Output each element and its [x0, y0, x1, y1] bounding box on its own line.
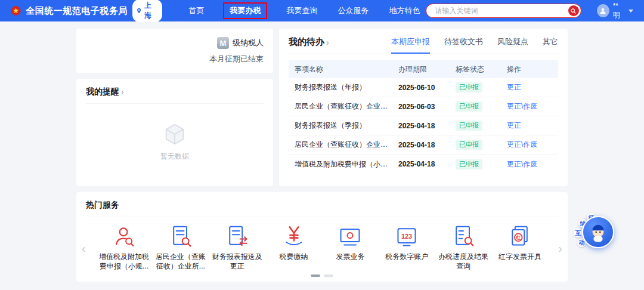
username: **明 [613, 2, 625, 20]
reminders-empty-state: 暂无数据 [86, 104, 264, 178]
service-vat-declaration[interactable]: 增值税及附加税费申报（小规... [98, 224, 150, 271]
reminders-card: 我的提醒 暂无数据 [76, 79, 273, 186]
col-deadline: 办理期限 [398, 64, 456, 75]
carousel-dot[interactable] [324, 274, 333, 277]
location-pin-icon [136, 7, 142, 14]
tab-current-declaration[interactable]: 本期应申报 [391, 36, 430, 54]
action-link[interactable]: 更正 [507, 121, 552, 131]
service-label: 财务报表报送及更正 [211, 252, 264, 271]
search-icon [570, 8, 577, 14]
carousel-dot[interactable] [311, 274, 320, 277]
chevron-right-icon [326, 38, 329, 47]
service-progress-query[interactable]: 办税进度及结果查询 [437, 224, 490, 271]
status-badge: 已申报 [456, 140, 482, 150]
taxpayer-level: M 级纳税人 [217, 37, 264, 49]
service-digital-account[interactable]: 123 税务数字账户 [380, 224, 433, 271]
nav-item-public-services[interactable]: 公众服务 [336, 4, 370, 18]
page-content: M 级纳税人 本月征期已结束 我的提醒 暂无数据 [0, 21, 644, 282]
todo-item-name: 财务报表报送（年报） [295, 82, 398, 92]
table-row: 居民企业（查账征收）企业所得税年度... 2025-06-03 已申报 更正\作… [289, 97, 558, 116]
service-invoice-business[interactable]: 发票业务 [324, 224, 376, 271]
carousel-prev-icon[interactable] [82, 242, 86, 254]
status-badge: 已申报 [456, 82, 482, 92]
nav-item-tax-handling[interactable]: 我要办税 [223, 2, 267, 19]
todo-item-name: 增值税及附加税费申报（小规模纳税人） [295, 159, 398, 169]
todo-deadline: 2025-04-18 [398, 141, 456, 149]
interaction-assistant-widget[interactable]: 征 纳 互 动 [572, 214, 614, 254]
table-row: 增值税及附加税费申报（小规模纳税人） 2025-04-18 已申报 更正\作废 [289, 155, 558, 174]
app-title: 全国统一规范电子税务局 [26, 5, 128, 17]
search-input[interactable] [434, 6, 568, 16]
user-menu[interactable]: **明 [597, 2, 633, 20]
tab-documents-to-sign[interactable]: 待签收文书 [444, 36, 483, 54]
table-row: 财务报表报送（年报） 2025-06-10 已申报 更正 [289, 78, 558, 97]
action-link[interactable]: 更正\作废 [507, 140, 552, 150]
taxpayer-info-card: M 级纳税人 本月征期已结束 [76, 29, 273, 73]
document-correct-icon [225, 224, 249, 248]
todo-deadline: 2025-04-18 [398, 122, 456, 130]
service-label: 办税进度及结果查询 [437, 252, 490, 271]
service-red-invoice[interactable]: 红 红字发票开具 [494, 224, 546, 271]
todo-header: 我的待办 本期应申报 待签收文书 风险疑点 其它 [289, 36, 558, 54]
chevron-down-icon [628, 10, 633, 13]
col-action: 操作 [507, 64, 552, 75]
assistant-avatar [582, 216, 614, 248]
todo-deadline: 2025-06-03 [398, 103, 456, 111]
checklist-search-icon [451, 224, 475, 248]
tab-risk-doubts[interactable]: 风险疑点 [497, 36, 528, 54]
assistant-mascot-icon [587, 221, 609, 243]
hot-services-card: 热门服务 增值税及附加税费申报（小规... [76, 192, 568, 282]
location-badge[interactable]: 上海 [132, 0, 163, 22]
document-search-icon [169, 224, 193, 248]
user-icon [599, 7, 607, 15]
service-label: 红字发票开具 [499, 252, 541, 261]
todo-title-link[interactable]: 我的待办 [289, 36, 329, 54]
empty-box-icon [161, 121, 188, 148]
invoice-icon [338, 224, 362, 248]
reminders-title-link[interactable]: 我的提醒 [86, 87, 264, 104]
todo-deadline: 2025-04-18 [398, 160, 456, 168]
action-link[interactable]: 更正\作废 [507, 101, 552, 112]
digital-account-icon: 123 [395, 224, 419, 248]
reminders-title: 我的提醒 [86, 87, 119, 97]
todo-tabs: 本期应申报 待签收文书 风险疑点 其它 [391, 36, 558, 53]
service-label: 发票业务 [336, 252, 364, 261]
action-link[interactable]: 更正\作废 [507, 159, 552, 169]
nav-item-inquiry[interactable]: 我要查询 [285, 4, 318, 18]
todo-item-name: 居民企业（查账征收）企业所得税月（... [295, 140, 398, 150]
tax-period-status: 本月征期已结束 [209, 54, 264, 64]
todo-item-name: 财务报表报送（季报） [295, 121, 398, 131]
main-nav: 首页 我要办税 我要查询 公众服务 地方特色 [187, 2, 421, 19]
service-resident-enterprise[interactable]: 居民企业（查账征收）企业所... [154, 224, 207, 271]
todo-title: 我的待办 [289, 36, 324, 48]
col-status: 标签状态 [456, 64, 507, 75]
tab-others[interactable]: 其它 [543, 36, 558, 54]
action-link[interactable]: 更正 [507, 82, 552, 92]
hot-services-title: 热门服务 [86, 200, 119, 211]
taxpayer-level-label: 级纳税人 [233, 38, 264, 48]
todo-card: 我的待办 本期应申报 待签收文书 风险疑点 其它 事项名称 办理期限 标签状态 … [279, 29, 568, 186]
national-emblem-icon [11, 5, 21, 17]
search-button[interactable] [568, 5, 579, 16]
carousel-next-icon[interactable] [558, 242, 562, 254]
col-item-name: 事项名称 [295, 64, 398, 75]
top-navbar: 全国统一规范电子税务局 上海 首页 我要办税 我要查询 公众服务 地方特色 [0, 0, 644, 21]
service-financial-report[interactable]: 财务报表报送及更正 [211, 224, 264, 271]
carousel-pagination [76, 274, 568, 277]
status-badge: 已申报 [456, 121, 482, 131]
todo-table-header: 事项名称 办理期限 标签状态 操作 [289, 60, 558, 78]
service-list: 增值税及附加税费申报（小规... 居民企业（查账征收）企业所... [86, 217, 558, 271]
search-box [426, 4, 581, 18]
nav-item-local-features[interactable]: 地方特色 [388, 4, 421, 18]
status-badge: 已申报 [456, 101, 482, 112]
todo-item-name: 居民企业（查账征收）企业所得税年度... [295, 101, 398, 112]
service-tax-payment[interactable]: 税费缴纳 [268, 224, 320, 271]
svg-text:123: 123 [401, 233, 412, 240]
svg-text:红: 红 [515, 235, 521, 240]
service-label: 税务数字账户 [385, 252, 428, 261]
red-invoice-icon: 红 [508, 224, 532, 248]
avatar [597, 4, 609, 17]
assistant-char-badge: 互 [574, 229, 583, 237]
service-label: 居民企业（查账征收）企业所... [154, 252, 207, 271]
nav-item-home[interactable]: 首页 [187, 4, 205, 18]
